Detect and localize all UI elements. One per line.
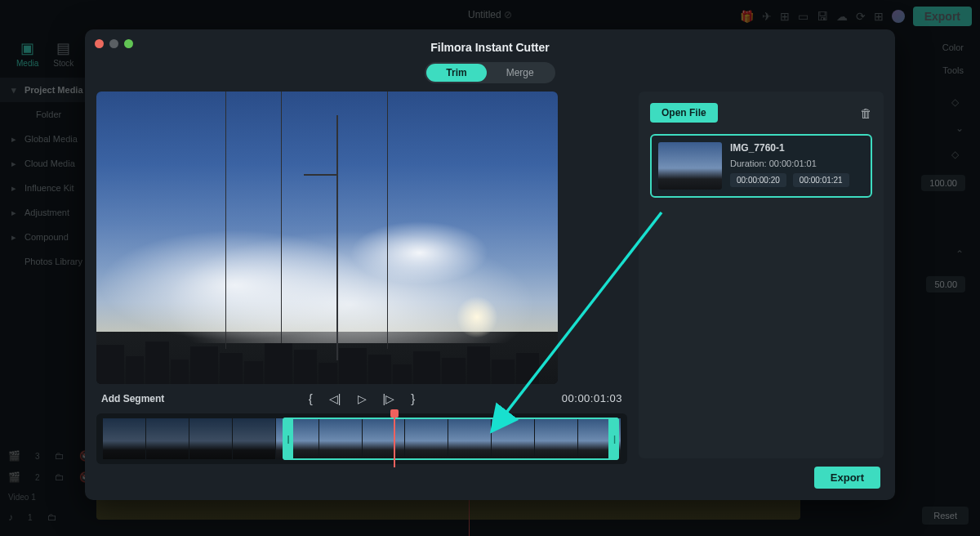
modal-export-button[interactable]: Export [814,467,880,489]
preview-panel: Add Segment { ◁| ▷ |▷ } 00:00:01:03 [96,92,627,467]
next-frame-button[interactable]: |▷ [383,392,395,405]
maximize-window-button[interactable] [124,39,133,48]
timeline-playhead[interactable] [394,413,395,467]
tab-trim[interactable]: Trim [426,64,486,82]
instant-cutter-modal: Filmora Instant Cutter Trim Merge [85,29,895,500]
play-button[interactable]: ▷ [358,392,367,405]
video-preview[interactable] [96,92,558,384]
clip-list-panel: Open File 🗑 IMG_7760-1 Duration: 00:00:0… [639,92,884,458]
tab-merge[interactable]: Merge [487,64,554,82]
window-traffic-lights [95,39,133,48]
clip-name: IMG_7760-1 [730,142,864,154]
mode-tabs: Trim Merge [425,62,555,83]
mark-out-icon[interactable]: } [411,391,415,405]
clip-info: IMG_7760-1 Duration: 00:00:01:01 00:00:0… [730,142,864,190]
trim-handle-left[interactable]: || [283,418,293,460]
clip-in-time[interactable]: 00:00:00:20 [730,173,786,187]
clip-card[interactable]: IMG_7760-1 Duration: 00:00:01:01 00:00:0… [650,134,872,198]
add-segment-button[interactable]: Add Segment [101,393,164,404]
close-window-button[interactable] [95,39,104,48]
minimize-window-button[interactable] [109,39,118,48]
playback-controls: { ◁| ▷ |▷ } [309,391,415,405]
trim-handle-right[interactable]: || [608,418,619,460]
timecode-display: 00:00:01:03 [562,392,622,404]
clip-duration: Duration: 00:00:01:01 [730,159,864,168]
clip-thumbnail [658,142,722,190]
mark-in-icon[interactable]: { [309,391,313,405]
clip-out-time[interactable]: 00:00:01:21 [793,173,849,187]
modal-title: Filmora Instant Cutter [85,29,895,62]
trash-icon[interactable]: 🗑 [860,106,872,120]
trim-timeline[interactable]: || || [96,413,627,464]
prev-frame-button[interactable]: ◁| [329,392,341,405]
open-file-button[interactable]: Open File [650,103,718,123]
